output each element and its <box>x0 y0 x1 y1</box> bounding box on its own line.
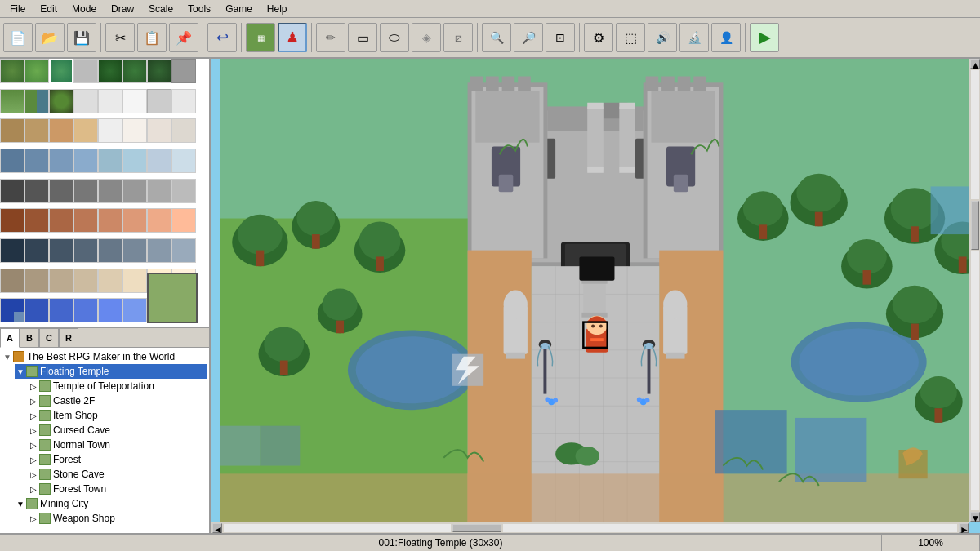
tile-preview[interactable] <box>147 273 198 323</box>
tile-cell[interactable] <box>49 238 74 263</box>
tree-root[interactable]: ▼ The Best RPG Maker in the World <box>2 349 207 364</box>
tile-cell[interactable] <box>0 208 24 233</box>
tile-cell[interactable] <box>49 269 74 293</box>
tile-cell[interactable] <box>24 238 49 263</box>
scroll-right-btn[interactable]: ► <box>959 523 969 533</box>
tile-cell[interactable] <box>147 89 172 113</box>
tile-cell[interactable] <box>49 59 74 83</box>
tile-cell[interactable] <box>74 208 98 233</box>
tile-cell[interactable] <box>122 149 147 173</box>
tile-cell[interactable] <box>172 179 196 203</box>
tile-cell[interactable] <box>0 269 24 293</box>
tile-cell[interactable] <box>98 298 122 322</box>
tile-cell[interactable] <box>98 149 122 173</box>
tile-cell[interactable] <box>0 59 24 83</box>
open-button[interactable]: 📂 <box>35 23 65 52</box>
tile-cell[interactable] <box>122 269 147 293</box>
tile-cell[interactable] <box>98 238 122 263</box>
undo-button[interactable]: ↩ <box>207 23 237 52</box>
tile-cell[interactable] <box>147 149 172 173</box>
tile-cell[interactable] <box>74 179 98 203</box>
paste-button[interactable]: 📌 <box>169 23 198 52</box>
expand-normal-town[interactable]: ▷ <box>28 439 39 451</box>
pencil-button[interactable]: ✏ <box>316 23 345 52</box>
horizontal-scrollbar[interactable]: ◄ ► <box>211 522 969 533</box>
zoom-in-button[interactable]: 🔍 <box>482 23 511 52</box>
map-canvas[interactable] <box>211 59 980 522</box>
new-button[interactable]: 📄 <box>3 23 33 52</box>
tile-cell[interactable] <box>98 179 122 203</box>
hero-button[interactable]: ♟ <box>278 23 307 52</box>
tile-cell[interactable] <box>147 208 172 233</box>
expand-temple-teleportation[interactable]: ▷ <box>28 380 39 392</box>
expand-mining-city[interactable]: ▼ <box>15 498 26 509</box>
tab-r[interactable]: R <box>59 328 78 348</box>
settings-button[interactable]: ⚙ <box>584 23 613 52</box>
expand-cursed-cave[interactable]: ▷ <box>28 424 39 436</box>
tile-cell[interactable] <box>0 298 24 322</box>
tile-cell[interactable] <box>0 118 24 143</box>
play-button[interactable]: ▶ <box>750 23 779 52</box>
expand-root[interactable]: ▼ <box>2 351 13 362</box>
expand-weapon-shop[interactable]: ▷ <box>28 513 39 524</box>
zoom-reset-button[interactable]: ⊡ <box>546 23 575 52</box>
ellipse-button[interactable]: ⬭ <box>380 23 409 52</box>
tile-cell[interactable] <box>172 208 196 233</box>
tile-cell[interactable] <box>24 208 49 233</box>
scroll-left-btn[interactable]: ◄ <box>212 523 222 533</box>
tree-item-normal-town[interactable]: ▷ Normal Town <box>28 438 207 452</box>
tile-cell[interactable] <box>172 89 196 113</box>
tile-cell[interactable] <box>74 118 98 143</box>
tree-item-forest-town[interactable]: ▷ Forest Town <box>28 482 207 496</box>
scroll-thumb-h[interactable] <box>452 524 501 532</box>
scroll-up-btn[interactable]: ▲ <box>970 59 980 69</box>
tree-item-stone-cave[interactable]: ▷ Stone Cave <box>28 467 207 482</box>
tile-cell[interactable] <box>24 269 49 293</box>
tree-item-castle-2f[interactable]: ▷ Castle 2F <box>28 393 207 408</box>
tile-cell[interactable] <box>122 59 147 83</box>
menu-edit[interactable]: Edit <box>33 2 64 16</box>
tile-cell[interactable] <box>172 118 196 143</box>
search-button[interactable]: 🔬 <box>679 23 709 52</box>
tile-cell[interactable] <box>98 59 122 83</box>
tile-cell[interactable] <box>24 59 49 83</box>
tile-cell[interactable] <box>98 118 122 143</box>
tile-cell[interactable] <box>24 149 49 173</box>
tile-cell[interactable] <box>74 298 98 322</box>
tab-c[interactable]: C <box>39 328 59 348</box>
tile-cell[interactable] <box>0 179 24 203</box>
tile-cell[interactable] <box>172 238 196 263</box>
tile-cell[interactable] <box>122 238 147 263</box>
expand-item-shop[interactable]: ▷ <box>28 410 39 421</box>
tab-b[interactable]: B <box>20 328 39 348</box>
menu-help[interactable]: Help <box>261 2 294 16</box>
sound-button[interactable]: 🔊 <box>648 23 677 52</box>
menu-game[interactable]: Game <box>219 2 259 16</box>
tree-item-forest[interactable]: ▷ Forest <box>28 452 207 467</box>
tile-cell[interactable] <box>147 238 172 263</box>
expand-floating-temple[interactable]: ▼ <box>15 366 26 377</box>
terrain-button[interactable]: ▦ <box>246 23 275 52</box>
zoom-out-button[interactable]: 🔎 <box>514 23 543 52</box>
scroll-thumb-v[interactable] <box>971 201 979 250</box>
tile-cell[interactable] <box>24 89 49 113</box>
tile-cell[interactable] <box>24 118 49 143</box>
tree-item-weapon-shop[interactable]: ▷ Weapon Shop <box>28 511 207 526</box>
tile-cell[interactable] <box>49 298 74 322</box>
tile-cell[interactable] <box>98 269 122 293</box>
expand-forest-town[interactable]: ▷ <box>28 483 39 495</box>
rect-button[interactable]: ▭ <box>348 23 377 52</box>
copy-button[interactable]: 📋 <box>137 23 167 52</box>
tree-item-mining-city[interactable]: ▼ Mining City <box>15 496 207 511</box>
tile-cell[interactable] <box>172 149 196 173</box>
tile-cell[interactable] <box>74 59 98 83</box>
menu-file[interactable]: File <box>3 2 32 16</box>
tile-cell[interactable] <box>0 149 24 173</box>
tile-cell[interactable] <box>49 208 74 233</box>
tile-cell[interactable] <box>74 269 98 293</box>
cut-button[interactable]: ✂ <box>105 23 135 52</box>
tile-cell[interactable] <box>74 149 98 173</box>
tile-cell[interactable] <box>49 179 74 203</box>
tree-item-item-shop[interactable]: ▷ Item Shop <box>28 408 207 423</box>
tile-cell[interactable] <box>0 89 24 113</box>
